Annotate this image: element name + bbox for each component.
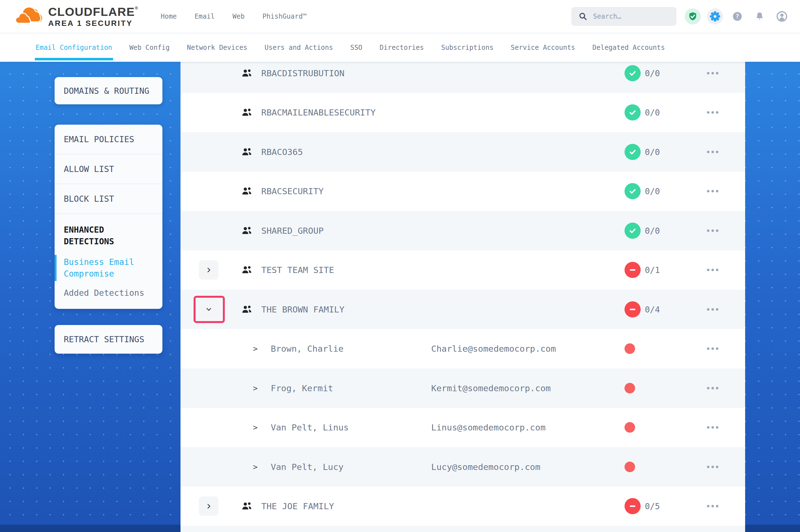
sidebar-card-0: DOMAINS & ROUTING [55,77,162,104]
member-count: 0/0 [645,226,660,235]
chevron-right-icon [205,503,212,510]
group-row: RBACSECURITY0/0 [181,172,745,211]
sidebar-card-2: RETRACT SETTINGS [55,325,162,354]
sidebar-item-block-list[interactable]: BLOCK LIST [55,184,162,213]
member-count: 0/0 [645,68,660,78]
row-menu-button[interactable] [704,72,722,74]
shield-check-icon[interactable] [685,8,701,24]
row-menu-button[interactable] [704,269,722,271]
tab-web-config[interactable]: Web Config [129,33,170,62]
chevron-right-icon[interactable]: > [253,462,258,471]
status-badge-blocked [624,498,641,514]
sidebar-item-email-policies[interactable]: EMAIL POLICIES [55,125,162,154]
member-count: 0/0 [645,108,660,117]
member-email: Kermit@somedemocorp.com [431,383,551,393]
group-row: SHARED_GROUP0/0 [181,211,745,250]
brand-logo[interactable]: CLOUDFLARE® AREA 1 SECURITY [15,4,139,28]
row-menu-button[interactable] [704,426,722,429]
group-icon [241,108,252,117]
member-count: 0/0 [645,186,660,196]
group-row: RBACO3650/0 [181,132,745,172]
settings-gear-icon[interactable] [707,8,723,24]
registered-mark: ® [135,5,139,10]
sidebar-item-retract-settings[interactable]: RETRACT SETTINGS [55,335,153,344]
status-badge-ok [624,65,641,81]
chevron-right-icon[interactable]: > [253,344,258,354]
chevron-right-icon[interactable]: > [253,383,258,393]
tab-service-accounts[interactable]: Service Accounts [511,33,575,62]
member-name: Van Pelt, Linus [271,422,349,432]
chevron-down-icon [205,306,212,313]
notifications-bell-icon[interactable] [751,8,768,24]
member-row: >Van Pelt, LinusLinus@somedemocorp.com [181,408,745,448]
group-name: THE JOE FAMILY [261,501,334,511]
chevron-right-icon [205,267,212,273]
help-icon[interactable]: ? [729,8,745,24]
nav-item-phishguard[interactable]: PhishGuard™ [262,13,307,20]
search-box[interactable]: Search… [571,7,676,25]
row-menu-button[interactable] [704,229,722,232]
nav-item-home[interactable]: Home [161,13,177,20]
tab-email-configuration[interactable]: Email Configuration [36,33,112,62]
member-count: 0/0 [645,147,660,157]
row-menu-button[interactable] [704,505,722,508]
brand-subtitle: AREA 1 SECURITY [48,19,139,27]
sidebar-card-1: EMAIL POLICIESALLOW LISTBLOCK LISTENHANC… [55,125,162,309]
sidebar-item-added-detections[interactable]: Added Detections [55,288,162,309]
sidebar-item-allow-list[interactable]: ALLOW LIST [55,154,162,184]
sidebar-item-business-email-compromise[interactable]: Business Email Compromise [55,256,162,280]
group-name: TEST TEAM SITE [261,265,334,275]
status-dot [624,343,635,354]
group-icon [241,265,252,274]
expand-button[interactable] [199,496,218,516]
nav-item-web[interactable]: Web [233,13,244,20]
chevron-right-icon[interactable]: > [253,423,258,432]
member-row: >Frog, KermitKermit@somedemocorp.com [181,368,745,408]
check-icon [628,69,637,78]
status-badge-ok [624,223,641,239]
sidebar-item-enhanced-detections[interactable]: ENHANCED DETECTIONS [55,213,162,247]
check-icon [628,226,637,235]
group-row: RBACDISTRUBUTION0/0 [181,62,745,93]
header-actions: Search… [571,7,800,25]
member-email: Lucy@somedemocorp.com [431,462,540,472]
member-name: Van Pelt, Lucy [271,462,343,472]
main-area: DOMAINS & ROUTINGEMAIL POLICIESALLOW LIS… [0,62,800,532]
expand-button[interactable] [199,300,218,319]
status-dot [624,383,635,394]
tab-network-devices[interactable]: Network Devices [187,33,247,62]
tab-subscriptions[interactable]: Subscriptions [441,33,494,62]
member-count: 0/5 [645,501,660,511]
status-badge-blocked [624,301,641,318]
tab-delegated-accounts[interactable]: Delegated Accounts [593,33,665,62]
member-email: Linus@somedemocorp.com [431,422,546,432]
row-menu-button[interactable] [704,190,722,192]
group-row: THE BROWN FAMILY0/4 [181,290,745,329]
row-menu-button[interactable] [704,347,722,350]
status-badge-ok [624,144,641,160]
tab-users-and-actions[interactable]: Users and Actions [265,33,333,62]
group-icon [241,186,252,196]
tab-sso[interactable]: SSO [350,33,362,62]
account-person-icon[interactable] [774,8,790,24]
group-name: RBACSECURITY [261,186,324,196]
row-menu-button[interactable] [704,387,722,389]
row-menu-button[interactable] [704,151,722,153]
group-name: SHARED_GROUP [261,226,324,236]
member-name: Brown, Charlie [271,344,343,354]
group-list: RBACDISTRUBUTION0/0RBACMAILENABLESECURIT… [181,62,745,532]
row-menu-button[interactable] [704,111,722,114]
row-menu-button[interactable] [704,466,722,468]
row-menu-button[interactable] [704,308,722,310]
nav-item-email[interactable]: Email [195,13,215,20]
expand-button[interactable] [199,260,218,280]
top-header: CLOUDFLARE® AREA 1 SECURITY HomeEmailWeb… [0,0,800,33]
sidebar-item-domains-routing[interactable]: DOMAINS & ROUTING [55,86,159,96]
group-name: RBACO365 [261,147,303,157]
member-email: Charlie@somedemocorp.com [431,344,556,354]
search-placeholder: Search… [593,13,621,20]
status-badge-blocked [624,262,641,278]
minus-icon [628,265,637,274]
tab-directories[interactable]: Directories [380,33,424,62]
minus-icon [628,501,637,511]
